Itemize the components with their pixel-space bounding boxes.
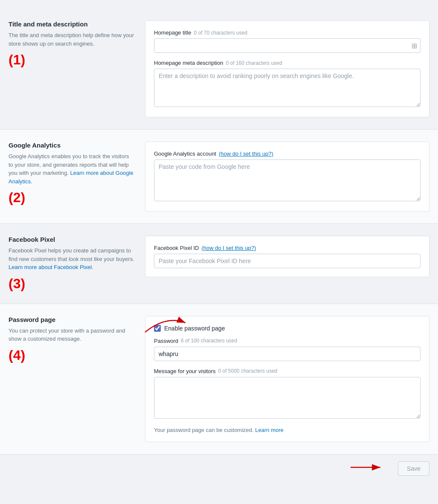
password-footer-note: Your password page can be customized. Le… — [154, 427, 421, 433]
section-heading-title-meta: Title and meta description — [9, 20, 135, 28]
fb-setup-link[interactable]: (how do I set this up?) — [202, 245, 256, 251]
left-col-password-page: Password page You can protect your store… — [9, 316, 145, 363]
section-google-analytics: Google Analytics Google Analytics enable… — [0, 129, 438, 223]
field-group-ga: Google Analytics account (how do I set t… — [154, 151, 421, 203]
field-group-homepage-title: Homepage title 0 of 70 characters used ⊞ — [154, 29, 421, 53]
section-heading-ga: Google Analytics — [9, 142, 135, 149]
left-col-facebook-pixel: Facebook Pixel Facebook Pixel helps you … — [9, 236, 145, 292]
homepage-meta-input[interactable] — [154, 69, 421, 107]
field-group-visitor-message: Message for your visitors 0 of 5000 char… — [154, 368, 421, 420]
section-number-3: (3) — [9, 276, 135, 292]
field-label-fb: Facebook Pixel ID (how do I set this up?… — [154, 245, 421, 251]
section-number-1: (1) — [9, 52, 135, 68]
fb-learn-more-link[interactable]: Learn more about Facebook Pixel. — [9, 264, 93, 270]
enable-password-checkbox-row: Enable password page — [154, 325, 421, 332]
field-label-password: Password 6 of 100 characters used — [154, 338, 421, 344]
bottom-bar: Save — [0, 454, 438, 483]
right-col-google-analytics: Google Analytics account (how do I set t… — [145, 142, 429, 211]
field-group-password: Password 6 of 100 characters used — [154, 338, 421, 361]
ga-setup-link[interactable]: (how do I set this up?) — [219, 151, 273, 157]
title-field-icon: ⊞ — [412, 42, 417, 50]
fb-pixel-id-input[interactable] — [154, 254, 421, 268]
right-col-title-meta: Homepage title 0 of 70 characters used ⊞… — [145, 20, 429, 117]
save-button[interactable]: Save — [398, 461, 429, 476]
homepage-title-input-wrapper: ⊞ — [154, 38, 421, 53]
section-desc-fb: Facebook Pixel helps you create ad campa… — [9, 246, 135, 272]
password-customize-link[interactable]: Learn more — [255, 427, 283, 433]
homepage-title-input[interactable] — [154, 38, 421, 53]
section-heading-password: Password page — [9, 316, 135, 323]
visitor-message-input[interactable] — [154, 377, 421, 419]
section-password-page: Password page You can protect your store… — [0, 304, 438, 454]
save-arrow-annotation — [348, 457, 391, 478]
enable-password-checkbox[interactable] — [154, 325, 161, 332]
section-heading-fb: Facebook Pixel — [9, 236, 135, 243]
ga-account-input[interactable] — [154, 159, 421, 201]
field-group-homepage-meta: Homepage meta description 0 of 160 chara… — [154, 60, 421, 108]
section-desc-ga: Google Analytics enables you to track th… — [9, 152, 135, 185]
password-input[interactable] — [154, 347, 421, 361]
section-desc-title-meta: The title and meta description help defi… — [9, 31, 135, 48]
section-number-4: (4) — [9, 348, 135, 363]
enable-password-label[interactable]: Enable password page — [164, 325, 225, 332]
field-label-homepage-title: Homepage title 0 of 70 characters used — [154, 29, 421, 36]
field-label-visitor-message: Message for your visitors 0 of 5000 char… — [154, 368, 421, 374]
field-label-ga: Google Analytics account (how do I set t… — [154, 151, 421, 157]
field-label-homepage-meta: Homepage meta description 0 of 160 chara… — [154, 60, 421, 66]
section-number-2: (2) — [9, 190, 135, 206]
left-col-title-meta: Title and meta description The title and… — [9, 20, 145, 68]
right-col-password-page: Enable password page Password 6 of 100 c… — [145, 316, 429, 442]
field-group-fb: Facebook Pixel ID (how do I set this up?… — [154, 245, 421, 268]
section-desc-password: You can protect your store with a passwo… — [9, 327, 135, 343]
section-title-meta: Title and meta description The title and… — [0, 9, 438, 129]
section-facebook-pixel: Facebook Pixel Facebook Pixel helps you … — [0, 223, 438, 304]
right-col-facebook-pixel: Facebook Pixel ID (how do I set this up?… — [145, 236, 429, 277]
left-col-google-analytics: Google Analytics Google Analytics enable… — [9, 142, 145, 206]
